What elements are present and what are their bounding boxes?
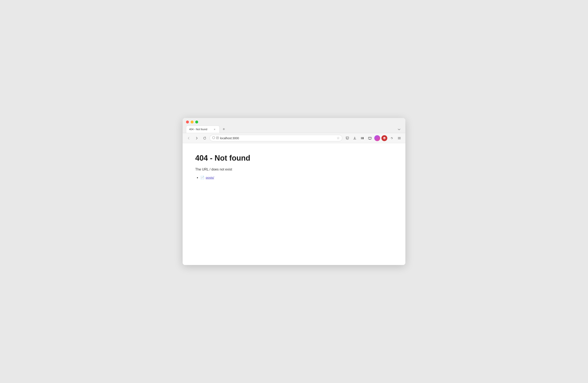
traffic-lights [186,120,402,123]
page-icon [216,136,219,140]
tab-dropdown-button[interactable] [396,127,402,132]
menu-icon [397,136,401,140]
nav-bar: ☆ [183,133,405,143]
address-input[interactable] [220,136,336,140]
new-tab-button[interactable]: + [220,126,227,133]
security-icon [212,136,215,140]
reload-button[interactable] [202,135,208,141]
list-item: 📄 posts/ [200,175,393,180]
folder-icon: 📄 [200,175,205,180]
svg-rect-5 [369,139,371,140]
chevron-down-icon [398,129,400,130]
links-list: 📄 posts/ [195,175,393,180]
address-bar[interactable]: ☆ [210,135,342,141]
pocket-button[interactable] [344,135,350,141]
error-description: The URL / does not exist [195,168,393,171]
page-content: 404 - Not found The URL / does not exist… [183,143,405,265]
profile-button[interactable] [374,135,380,141]
download-button[interactable] [352,135,358,141]
document-icon [216,136,219,139]
ublock-button[interactable]: μ [381,135,387,141]
tab-close-button[interactable]: × [213,127,216,131]
back-icon [187,136,190,140]
library-button[interactable] [359,135,365,141]
back-button[interactable] [186,135,192,141]
minimize-button[interactable] [191,120,193,123]
shield-icon [212,136,215,139]
synced-tabs-icon [368,136,372,140]
nav-tools: μ [344,135,402,141]
close-button[interactable] [186,120,189,123]
synced-tabs-button[interactable] [367,135,373,141]
menu-button[interactable] [396,135,402,141]
ublock-icon: μ [383,137,386,140]
tab-title: 404 - Not found [189,128,211,131]
tabs-row: 404 - Not found × + [186,126,402,133]
error-title: 404 - Not found [195,154,393,163]
svg-rect-3 [363,137,364,139]
svg-rect-2 [362,137,362,139]
pocket-icon [345,136,349,140]
link-item: 📄 posts/ [200,175,393,180]
download-icon [353,136,357,140]
active-tab[interactable]: 404 - Not found × [186,126,220,133]
extensions-button[interactable] [389,135,395,141]
maximize-button[interactable] [195,120,198,123]
svg-text:μ: μ [384,137,385,139]
svg-rect-4 [368,137,371,139]
forward-icon [195,136,198,140]
extensions-icon [390,136,394,140]
reload-icon [203,136,206,140]
library-icon [360,136,364,140]
title-bar: 404 - Not found × + [183,118,405,133]
posts-link[interactable]: posts/ [206,176,214,179]
browser-window: 404 - Not found × + [183,118,405,265]
forward-button[interactable] [193,135,200,141]
bookmark-button[interactable]: ☆ [337,136,340,140]
svg-rect-1 [361,137,361,139]
